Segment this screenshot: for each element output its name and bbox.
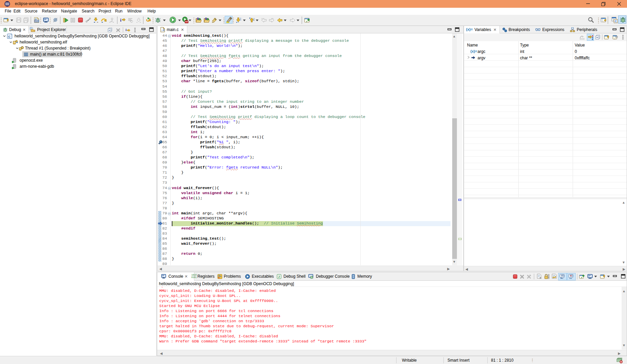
svg-text:i: i [126, 28, 127, 32]
svg-text:010: 010 [35, 20, 38, 22]
svg-text:J: J [278, 275, 280, 278]
svg-text:i: i [120, 18, 121, 23]
svg-text:c: c [8, 34, 10, 38]
svg-text:C: C [615, 19, 617, 23]
svg-text:.c: .c [161, 29, 165, 32]
